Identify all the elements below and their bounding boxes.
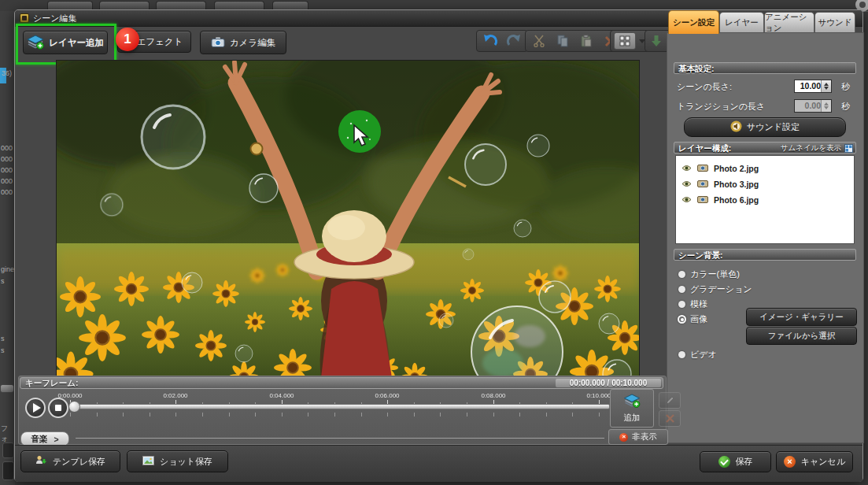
transition-length-input: 0.00	[794, 99, 832, 113]
scene-length-label: シーンの長さ:	[677, 81, 732, 93]
select-from-file-button[interactable]: ファイルから選択	[746, 327, 857, 345]
edit-keyframe-button	[659, 392, 681, 409]
play-button[interactable]	[25, 398, 46, 418]
undo-redo-group	[476, 30, 528, 52]
hide-button[interactable]: × 非表示	[608, 429, 668, 445]
show-thumbnails-label[interactable]: サムネイルを表示	[781, 143, 841, 154]
radio-color[interactable]	[678, 271, 685, 278]
grid-button[interactable]	[614, 32, 636, 50]
paste-icon[interactable]	[576, 32, 597, 50]
sound-settings-button[interactable]: サウンド設定	[684, 117, 846, 137]
timeline-track[interactable]	[72, 404, 610, 409]
redo-button[interactable]	[504, 32, 524, 50]
eye-icon[interactable]	[681, 164, 692, 173]
transition-length-stepper	[821, 100, 831, 112]
save-check-icon	[718, 456, 730, 468]
undo-button[interactable]	[480, 32, 500, 50]
scene-preview-image	[57, 61, 639, 378]
timeline-minor-ticks	[70, 413, 600, 417]
background-thumbnail	[2, 461, 14, 480]
add-keyframe-button[interactable]: 追加	[610, 389, 654, 428]
layer-list-item[interactable]: Photo 6.jpg	[676, 192, 854, 208]
layer-camera-icon	[697, 195, 708, 205]
tab-animation[interactable]: アニメーション	[764, 12, 814, 33]
save-button[interactable]: 保存	[700, 451, 771, 472]
layer-camera-icon	[697, 180, 708, 189]
playhead-handle[interactable]	[68, 401, 80, 413]
layer-list[interactable]: Photo 2.jpg Photo 3.jpg Photo 6.jpg	[675, 155, 855, 244]
x-icon	[666, 414, 674, 423]
keyframe-header: キーフレーム: 00:00.000 / 00:10.000	[20, 377, 663, 389]
scene-preview[interactable]	[56, 60, 640, 379]
cut-icon[interactable]	[529, 32, 549, 50]
align-group	[610, 30, 649, 52]
template-save-button[interactable]: テンプレ保存	[20, 450, 120, 472]
layer-structure-header: レイヤー構成: サムネイルを表示	[674, 142, 856, 154]
background-scrollbar-fragment	[0, 384, 14, 393]
cancel-button[interactable]: × キャンセル	[776, 451, 853, 472]
play-icon	[33, 403, 41, 413]
basic-settings-header: 基本設定:	[674, 62, 856, 74]
layers-add-icon	[623, 394, 641, 411]
camera-edit-button[interactable]: カメラ編集	[200, 31, 286, 54]
music-track-line	[76, 438, 604, 439]
radio-pattern[interactable]	[678, 301, 685, 308]
time-counter: 00:00.000 / 00:10.000	[556, 379, 661, 387]
radio-color-label[interactable]: カラー(単色)	[690, 268, 740, 280]
step-1-badge: 1	[116, 28, 139, 51]
stop-icon	[55, 405, 61, 411]
move-down-icon[interactable]	[648, 32, 664, 50]
eye-icon[interactable]	[681, 180, 692, 189]
transition-length-label: トランジションの長さ	[677, 101, 765, 113]
keyframe-header-label: キーフレーム:	[25, 378, 78, 389]
scene-length-stepper[interactable]	[821, 80, 831, 92]
pencil-icon	[665, 395, 675, 405]
radio-gradient-label[interactable]: グラデーション	[690, 283, 752, 295]
layer-list-item[interactable]: Photo 3.jpg	[676, 176, 854, 192]
scene-background-header: シーン背景:	[674, 249, 856, 261]
delete-keyframe-button	[659, 410, 681, 427]
background-thumbnail	[2, 442, 14, 458]
chevron-right-icon: >	[54, 435, 58, 444]
shot-save-icon	[142, 456, 154, 467]
hide-x-icon: ×	[619, 433, 628, 442]
radio-image[interactable]	[678, 315, 686, 324]
eye-icon[interactable]	[681, 195, 692, 205]
radio-gradient[interactable]	[678, 286, 685, 293]
dialog-icon	[20, 13, 29, 23]
scene-length-unit: 秒	[841, 81, 850, 93]
background-app-left-strip: 36) 000 000 000 000 000 gine s s s フォ	[0, 11, 15, 485]
radio-video[interactable]	[678, 351, 685, 358]
tab-sound[interactable]: サウンド	[814, 12, 855, 33]
scene-edit-dialog: シーン編集 × レイヤー追加 1 エフェクト カメラ編集	[14, 9, 863, 482]
thumbnails-toggle-icon[interactable]	[844, 144, 853, 155]
template-save-icon	[35, 455, 47, 468]
layer-list-item[interactable]: Photo 2.jpg	[676, 161, 854, 176]
dialog-title: シーン編集	[33, 13, 77, 24]
copy-icon[interactable]	[552, 32, 573, 50]
tutorial-highlight-box	[16, 24, 116, 65]
camera-icon	[211, 37, 225, 49]
transition-length-unit: 秒	[841, 101, 850, 113]
cancel-x-icon: ×	[784, 456, 796, 468]
screen: { "window": { "title": "シーン編集" }, "toolb…	[0, 0, 868, 485]
camera-edit-label: カメラ編集	[230, 37, 275, 49]
radio-video-label[interactable]: ビデオ	[690, 349, 717, 361]
radio-pattern-label[interactable]: 模様	[690, 298, 707, 310]
tab-scene-settings[interactable]: シーン設定	[668, 10, 719, 34]
stop-button[interactable]	[48, 398, 68, 418]
shot-save-button[interactable]: ショット保存	[127, 450, 228, 472]
tab-layer[interactable]: レイヤー	[719, 12, 764, 33]
image-gallery-button[interactable]: イメージ・ギャラリー	[746, 308, 857, 326]
radio-image-label[interactable]: 画像	[690, 313, 707, 325]
layer-camera-icon	[697, 164, 708, 173]
speaker-icon	[730, 120, 742, 134]
scene-length-input[interactable]: 10.00	[794, 80, 832, 93]
effect-label: エフェクト	[137, 36, 183, 48]
